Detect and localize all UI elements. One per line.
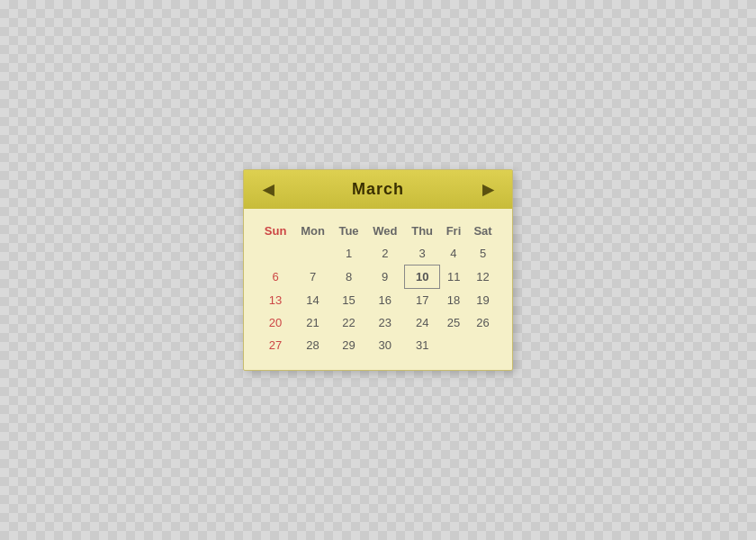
calendar-day[interactable]: 17 xyxy=(405,289,440,312)
calendar-day[interactable]: 14 xyxy=(293,289,332,312)
calendar-day[interactable]: 11 xyxy=(440,266,467,289)
calendar-day xyxy=(467,334,499,356)
calendar-day[interactable]: 9 xyxy=(365,266,404,289)
calendar-day[interactable]: 21 xyxy=(293,311,332,334)
calendar-week-row: 6789101112 xyxy=(257,266,499,289)
calendar-day[interactable]: 23 xyxy=(365,311,404,334)
calendar-day xyxy=(440,334,467,356)
calendar-day[interactable]: 10 xyxy=(405,266,440,289)
calendar-day[interactable]: 2 xyxy=(365,242,404,266)
calendar-day[interactable]: 18 xyxy=(440,289,467,312)
calendar-day[interactable]: 15 xyxy=(332,289,365,312)
calendar-body: Sun Mon Tue Wed Thu Fri Sat 123456789101… xyxy=(244,209,512,370)
calendar-day[interactable]: 27 xyxy=(257,334,293,356)
calendar-header: ◀ March ▶ xyxy=(244,170,512,209)
calendar-day[interactable]: 4 xyxy=(440,242,467,266)
calendar-week-row: 20212223242526 xyxy=(257,311,499,334)
calendar-day[interactable]: 7 xyxy=(293,266,332,289)
weekday-mon: Mon xyxy=(293,220,332,242)
calendar-week-row: 12345 xyxy=(257,242,499,266)
calendar-day[interactable]: 25 xyxy=(440,311,467,334)
calendar-day[interactable]: 19 xyxy=(467,289,499,312)
weekday-header-row: Sun Mon Tue Wed Thu Fri Sat xyxy=(257,220,499,242)
calendar-day[interactable]: 20 xyxy=(257,311,293,334)
calendar-day xyxy=(257,242,293,266)
calendar-day[interactable]: 24 xyxy=(405,311,440,334)
calendar-day[interactable]: 22 xyxy=(332,311,365,334)
calendar-day[interactable]: 8 xyxy=(332,266,365,289)
weekday-sat: Sat xyxy=(467,220,499,242)
next-month-button[interactable]: ▶ xyxy=(477,179,499,200)
calendar-day[interactable]: 29 xyxy=(332,334,365,356)
calendar-day[interactable]: 6 xyxy=(257,266,293,289)
calendar-day[interactable]: 1 xyxy=(332,242,365,266)
calendar-day[interactable]: 13 xyxy=(257,289,293,312)
calendar-widget: ◀ March ▶ Sun Mon Tue Wed Thu Fri Sat 12… xyxy=(243,169,513,371)
calendar-grid: Sun Mon Tue Wed Thu Fri Sat 123456789101… xyxy=(257,220,499,356)
prev-month-button[interactable]: ◀ xyxy=(257,179,279,200)
calendar-day[interactable]: 16 xyxy=(365,289,404,312)
calendar-day[interactable]: 31 xyxy=(405,334,440,356)
calendar-day[interactable]: 5 xyxy=(467,242,499,266)
calendar-day[interactable]: 12 xyxy=(467,266,499,289)
calendar-day[interactable]: 30 xyxy=(365,334,404,356)
calendar-day[interactable]: 3 xyxy=(405,242,440,266)
calendar-week-row: 13141516171819 xyxy=(257,289,499,312)
weekday-wed: Wed xyxy=(365,220,404,242)
weekday-thu: Thu xyxy=(405,220,440,242)
calendar-day[interactable]: 26 xyxy=(467,311,499,334)
calendar-week-row: 2728293031 xyxy=(257,334,499,356)
weekday-tue: Tue xyxy=(332,220,365,242)
weekday-fri: Fri xyxy=(440,220,467,242)
calendar-day xyxy=(293,242,332,266)
month-title: March xyxy=(352,180,404,199)
weekday-sun: Sun xyxy=(257,220,293,242)
calendar-day[interactable]: 28 xyxy=(293,334,332,356)
